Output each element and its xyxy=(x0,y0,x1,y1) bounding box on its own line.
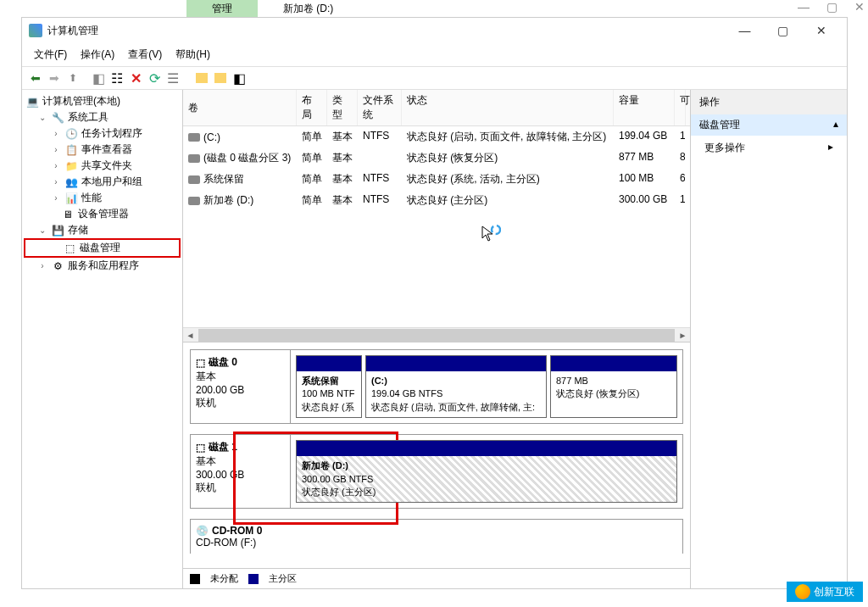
tree-perf-label: 性能 xyxy=(81,191,102,205)
actions-diskmgmt[interactable]: 磁盘管理 ▴ xyxy=(691,114,847,136)
folder-icon: 📁 xyxy=(64,159,78,173)
disk-0-row[interactable]: ⬚磁盘 0 基本 200.00 GB 联机 系统保留 100 MB NTF 状态… xyxy=(190,349,683,424)
volume-icon xyxy=(188,133,200,142)
tree-system-tools[interactable]: ⌄ 🔧 系统工具 xyxy=(24,109,181,125)
volume-row[interactable]: 系统保留 简单 基本 NTFS 状态良好 (系统, 活动, 主分区) 100 M… xyxy=(183,169,690,190)
bg-tab-newvol[interactable]: 新加卷 (D:) xyxy=(258,0,359,17)
legend-primary-swatch xyxy=(248,574,259,584)
volume-row[interactable]: (磁盘 0 磁盘分区 3) 简单 基本 状态良好 (恢复分区) 877 MB 8 xyxy=(183,148,690,169)
services-icon: ⚙ xyxy=(51,259,64,273)
tree-device-manager[interactable]: 🖥 设备管理器 xyxy=(24,206,181,222)
tree-event-viewer[interactable]: › 📋 事件查看器 xyxy=(24,142,181,158)
users-icon: 👥 xyxy=(64,175,78,189)
tree-services[interactable]: › ⚙ 服务和应用程序 xyxy=(24,258,181,274)
expand-icon[interactable]: › xyxy=(37,261,47,270)
close-button[interactable]: ✕ xyxy=(802,18,840,43)
bg-close-icon[interactable]: ✕ xyxy=(854,0,865,14)
menubar: 文件(F) 操作(A) 查看(V) 帮助(H) xyxy=(22,43,847,67)
tree-storage[interactable]: ⌄ 💾 存储 xyxy=(24,222,181,238)
expand-icon[interactable]: › xyxy=(51,145,61,154)
menu-help[interactable]: 帮助(H) xyxy=(170,45,215,64)
col-layout[interactable]: 布局 xyxy=(297,90,327,125)
cdrom-icon: 💿 xyxy=(196,525,209,537)
tree-root[interactable]: 💻 计算机管理(本地) xyxy=(24,93,181,109)
volume-icon xyxy=(188,154,200,163)
col-filesystem[interactable]: 文件系统 xyxy=(358,90,402,125)
background-window-buttons: — ▢ ✕ xyxy=(798,0,865,14)
volume-headers: 卷 布局 类型 文件系统 状态 容量 可 xyxy=(183,90,690,126)
options-button[interactable]: ☷ xyxy=(108,70,125,86)
tree-storage-label: 存储 xyxy=(68,223,88,237)
menu-file[interactable]: 文件(F) xyxy=(29,45,72,64)
tree-performance[interactable]: › 📊 性能 xyxy=(24,190,181,206)
maximize-button[interactable]: ▢ xyxy=(764,18,802,43)
tree-shared-label: 共享文件夹 xyxy=(81,159,132,173)
scroll-thumb[interactable] xyxy=(198,329,675,342)
menu-action[interactable]: 操作(A) xyxy=(75,45,120,64)
up-button[interactable]: ⬆ xyxy=(64,70,81,86)
tree-diskmgmt-label: 磁盘管理 xyxy=(80,241,120,255)
tree-disk-management[interactable]: ⬚ 磁盘管理 xyxy=(24,238,181,258)
view3-button[interactable]: ◧ xyxy=(231,70,248,86)
bg-minimize-icon[interactable]: — xyxy=(798,0,810,14)
disk-1-row[interactable]: ⬚磁盘 1 基本 300.00 GB 联机 新加卷 (D:) 300.00 GB… xyxy=(190,434,683,509)
tree-panel: 💻 计算机管理(本地) ⌄ 🔧 系统工具 › 🕒 任务计划程序 › 📋 事件查看… xyxy=(22,90,183,588)
watermark-logo-icon xyxy=(795,584,810,599)
scroll-left-icon[interactable]: ◄ xyxy=(183,328,198,342)
storage-icon: 💾 xyxy=(51,224,64,237)
disk-icon: ⬚ xyxy=(196,442,205,454)
cdrom-row[interactable]: 💿CD-ROM 0 CD-ROM (F:) xyxy=(190,519,683,554)
expand-icon[interactable]: › xyxy=(51,193,61,203)
legend-unallocated-swatch xyxy=(190,574,200,584)
bg-tab-manage[interactable]: 管理 xyxy=(186,0,258,17)
expand-icon[interactable]: › xyxy=(51,161,61,170)
col-status[interactable]: 状态 xyxy=(402,90,614,125)
properties-button[interactable]: ☰ xyxy=(164,70,181,86)
view1-button[interactable] xyxy=(193,70,210,86)
tree-local-users[interactable]: › 👥 本地用户和组 xyxy=(24,174,181,190)
collapse-icon[interactable]: ⌄ xyxy=(37,226,47,235)
volume-icon xyxy=(188,175,200,184)
partition-bar xyxy=(551,356,676,371)
tree-event-label: 事件查看器 xyxy=(81,142,132,157)
delete-button[interactable]: ✕ xyxy=(127,70,144,86)
scroll-right-icon[interactable]: ► xyxy=(676,328,690,342)
panes-button[interactable]: ◧ xyxy=(90,70,107,86)
menu-view[interactable]: 查看(V) xyxy=(123,45,167,64)
forward-button[interactable]: ➡ xyxy=(46,70,63,86)
disk-0-info: ⬚磁盘 0 基本 200.00 GB 联机 xyxy=(191,350,291,423)
volume-row[interactable]: (C:) 简单 基本 NTFS 状态良好 (启动, 页面文件, 故障转储, 主分… xyxy=(183,126,690,148)
col-capacity[interactable]: 容量 xyxy=(614,90,675,125)
view2-button[interactable] xyxy=(212,70,229,86)
back-button[interactable]: ⬅ xyxy=(27,70,44,86)
partition-c[interactable]: (C:) 199.04 GB NTFS 状态良好 (启动, 页面文件, 故障转储… xyxy=(365,355,547,418)
expand-icon[interactable]: › xyxy=(51,177,61,187)
watermark: 创新互联 xyxy=(787,582,863,602)
partition-d[interactable]: 新加卷 (D:) 300.00 GB NTFS 状态良好 (主分区) xyxy=(296,440,677,503)
disk-map: ⬚磁盘 0 基本 200.00 GB 联机 系统保留 100 MB NTF 状态… xyxy=(183,342,690,568)
tree-device-label: 设备管理器 xyxy=(78,207,129,221)
bg-maximize-icon[interactable]: ▢ xyxy=(826,0,837,14)
tree-task-scheduler[interactable]: › 🕒 任务计划程序 xyxy=(24,125,181,142)
minimize-button[interactable]: — xyxy=(726,18,764,43)
chevron-right-icon: ▸ xyxy=(828,141,833,155)
partition-system-reserved[interactable]: 系统保留 100 MB NTF 状态良好 (系 xyxy=(296,355,362,418)
partition-recovery[interactable]: 877 MB 状态良好 (恢复分区) xyxy=(550,355,677,418)
tree-users-label: 本地用户和组 xyxy=(81,175,142,189)
legend-primary-label: 主分区 xyxy=(269,572,297,585)
col-volume[interactable]: 卷 xyxy=(183,90,297,125)
collapse-icon[interactable]: ⌄ xyxy=(37,113,47,122)
col-type[interactable]: 类型 xyxy=(327,90,358,125)
volume-row[interactable]: 新加卷 (D:) 简单 基本 NTFS 状态良好 (主分区) 300.00 GB… xyxy=(183,190,690,211)
computer-management-window: 计算机管理 — ▢ ✕ 文件(F) 操作(A) 查看(V) 帮助(H) ⬅ ➡ … xyxy=(21,17,848,589)
col-free[interactable]: 可 xyxy=(675,90,686,125)
refresh-button[interactable]: ⟳ xyxy=(146,70,163,86)
tree-shared-folders[interactable]: › 📁 共享文件夹 xyxy=(24,158,181,174)
partition-bar xyxy=(297,441,676,456)
titlebar[interactable]: 计算机管理 — ▢ ✕ xyxy=(22,18,847,43)
actions-more[interactable]: 更多操作 ▸ xyxy=(691,136,847,160)
expand-icon[interactable]: › xyxy=(51,129,61,138)
partition-bar xyxy=(297,356,361,371)
horizontal-scrollbar[interactable]: ◄ ► xyxy=(183,327,690,342)
tree-services-label: 服务和应用程序 xyxy=(68,259,139,273)
